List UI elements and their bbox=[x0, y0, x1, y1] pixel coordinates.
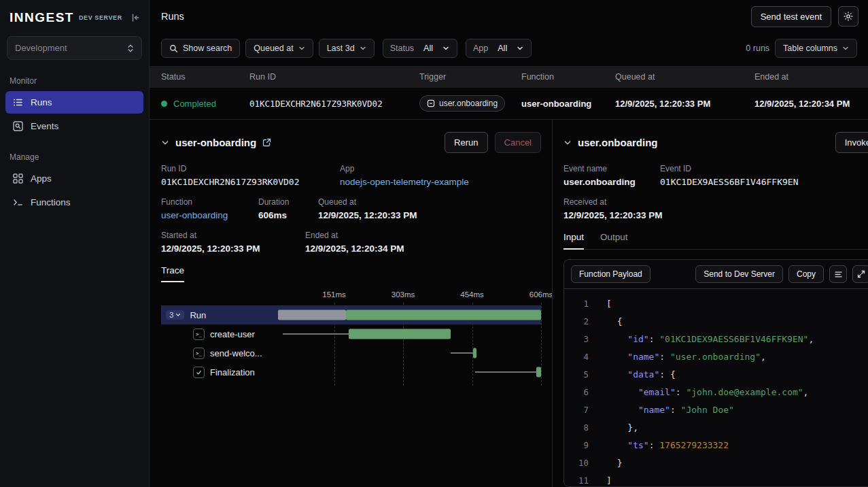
run-detail-row-1: Run ID 01KC1DEXCHR2N617Z93RK0VD02 App no… bbox=[161, 164, 541, 187]
nav-group-manage: Manage Apps Functions bbox=[0, 148, 149, 215]
trace-span-bar[interactable] bbox=[349, 329, 451, 339]
trace-span-bar[interactable] bbox=[346, 310, 541, 320]
code-line: 11] bbox=[564, 471, 868, 486]
app-root: INNGEST DEV SERVER Development Monitor bbox=[0, 0, 868, 487]
queued-at-cell: 12/9/2025, 12:20:33 PM bbox=[615, 99, 754, 109]
function-link[interactable]: user-onboarding bbox=[161, 210, 251, 220]
queued-at-filter[interactable]: Queued at bbox=[245, 39, 313, 58]
function-label: Function bbox=[161, 197, 251, 207]
trace-row-label: Run bbox=[190, 310, 206, 320]
show-search-label: Show search bbox=[183, 44, 232, 53]
rerun-button[interactable]: Rerun bbox=[445, 132, 487, 153]
trace-waterfall: 151ms 303ms 454ms 606ms 3Run>_create-use… bbox=[161, 290, 541, 487]
event-detail-row-1: Event name user.onboarding Event ID 01KC… bbox=[563, 164, 868, 187]
line-number: 9 bbox=[564, 440, 589, 450]
function-payload-button[interactable]: Function Payload bbox=[571, 265, 650, 283]
trace-span-bar[interactable] bbox=[278, 310, 347, 320]
trace-row-label: Finalization bbox=[210, 367, 255, 377]
trace-duration-line bbox=[451, 352, 472, 354]
tab-trace[interactable]: Trace bbox=[161, 265, 184, 282]
trace-duration-line bbox=[475, 371, 536, 373]
collapse-chevron-icon[interactable] bbox=[161, 139, 169, 147]
runs-count: 0 runs bbox=[746, 44, 769, 53]
environment-select[interactable]: Development bbox=[7, 36, 142, 60]
send-to-dev-server-button[interactable]: Send to Dev Server bbox=[695, 265, 783, 283]
trigger-event-pill[interactable]: user.onboarding bbox=[419, 95, 505, 112]
axis-tick-label: 151ms bbox=[322, 290, 346, 299]
invoke-button[interactable]: Invoke bbox=[835, 132, 868, 153]
trace-collapse-count[interactable]: 3 bbox=[166, 310, 184, 320]
axis-tick-label: 454ms bbox=[460, 290, 484, 299]
external-link-icon[interactable] bbox=[262, 138, 271, 147]
sidebar-item-functions[interactable]: Functions bbox=[5, 191, 143, 214]
run-details-panel: user-onboarding Rerun Cancel Run I bbox=[150, 120, 553, 487]
sidebar-item-label: Functions bbox=[31, 197, 71, 207]
tab-input[interactable]: Input bbox=[563, 232, 584, 250]
event-icon bbox=[427, 99, 435, 107]
search-icon bbox=[169, 44, 178, 53]
status-filter-group: Status All bbox=[383, 39, 457, 58]
run-panel-header: user-onboarding Rerun Cancel bbox=[161, 132, 541, 153]
event-name-value: user.onboarding bbox=[563, 177, 653, 187]
run-detail-row-3: Started at 12/9/2025, 12:20:33 PM Ended … bbox=[161, 231, 541, 254]
col-function: Function bbox=[521, 72, 615, 82]
queued-at-value: 12/9/2025, 12:20:33 PM bbox=[318, 210, 417, 220]
run-id-label: Run ID bbox=[161, 164, 333, 173]
col-ended-at: Ended at bbox=[754, 72, 868, 82]
settings-gear-button[interactable] bbox=[838, 6, 858, 27]
payload-box: Function Payload Send to Dev Server Copy bbox=[563, 259, 868, 487]
trace-row[interactable]: >_create-user bbox=[161, 324, 541, 343]
trace-rows: 3Run>_create-user>_send-welco...Finaliza… bbox=[161, 305, 541, 382]
sidebar-item-events[interactable]: Events bbox=[5, 115, 143, 137]
time-range-label: Last 3d bbox=[327, 44, 355, 53]
col-queued-at: Queued at bbox=[615, 72, 754, 82]
table-columns-label: Table columns bbox=[783, 44, 837, 53]
collapse-sidebar-icon[interactable] bbox=[130, 12, 141, 23]
trace-axis: 151ms 303ms 454ms 606ms bbox=[265, 290, 541, 305]
received-at-label: Received at bbox=[563, 197, 663, 207]
topbar: Runs Send test event bbox=[150, 0, 868, 33]
code-line: 7 "name": "John Doe" bbox=[564, 401, 868, 418]
trace-span-bar[interactable] bbox=[536, 367, 541, 377]
tab-output[interactable]: Output bbox=[600, 232, 628, 249]
status-filter-value[interactable]: All bbox=[421, 39, 457, 57]
step-run-icon: >_ bbox=[193, 348, 205, 359]
inngest-logo: INNGEST bbox=[10, 10, 74, 25]
trace-row-label: send-welco... bbox=[210, 348, 262, 358]
app-filter-value[interactable]: All bbox=[495, 39, 531, 57]
collapse-chevron-icon[interactable] bbox=[563, 139, 572, 147]
table-columns-button[interactable]: Table columns bbox=[775, 39, 857, 58]
code-line: 4 "name": "user.onboarding", bbox=[564, 348, 868, 365]
runs-icon bbox=[12, 97, 24, 108]
expand-fullscreen-icon[interactable] bbox=[852, 265, 868, 283]
send-test-event-button[interactable]: Send test event bbox=[751, 6, 831, 27]
function-cell: user-onboarding bbox=[521, 99, 615, 109]
copy-button[interactable]: Copy bbox=[788, 265, 824, 283]
sidebar-item-apps[interactable]: Apps bbox=[5, 167, 143, 190]
code-line: 3 "id": "01KC1DEX9AESS6BF1V46FFK9EN", bbox=[564, 330, 868, 348]
filter-bar: Show search Queued at Last 3d Status All bbox=[150, 33, 868, 66]
status-badge: Completed bbox=[173, 99, 216, 109]
started-at-value: 12/9/2025, 12:20:33 PM bbox=[161, 244, 298, 254]
chevron-down-icon bbox=[842, 45, 849, 52]
run-detail-row-2: Function user-onboarding Duration 606ms … bbox=[161, 197, 541, 220]
time-range-filter[interactable]: Last 3d bbox=[319, 39, 375, 58]
axis-tick-label: 303ms bbox=[392, 290, 415, 299]
cancel-button[interactable]: Cancel bbox=[495, 132, 541, 153]
chevron-down-icon bbox=[360, 45, 366, 52]
line-number: 6 bbox=[564, 387, 589, 397]
payload-code[interactable]: 1[2 {3 "id": "01KC1DEX9AESS6BF1V46FFK9EN… bbox=[564, 289, 868, 486]
functions-icon bbox=[12, 197, 24, 208]
table-row[interactable]: Completed 01KC1DEXCHR2N617Z93RK0VD02 use… bbox=[150, 88, 868, 119]
app-link[interactable]: nodejs-open-telemetry-example bbox=[340, 177, 469, 187]
show-search-button[interactable]: Show search bbox=[161, 39, 240, 58]
wrap-lines-icon[interactable] bbox=[829, 265, 847, 283]
trace-row[interactable]: >_send-welco... bbox=[161, 343, 541, 363]
trace-row[interactable]: Finalization bbox=[161, 363, 541, 382]
queued-at-label: Queued at bbox=[318, 197, 417, 207]
sidebar-item-runs[interactable]: Runs bbox=[5, 91, 143, 114]
line-number: 10 bbox=[564, 458, 589, 468]
events-icon bbox=[12, 120, 24, 132]
trace-span-bar[interactable] bbox=[473, 348, 476, 358]
trace-row[interactable]: 3Run bbox=[161, 305, 541, 324]
